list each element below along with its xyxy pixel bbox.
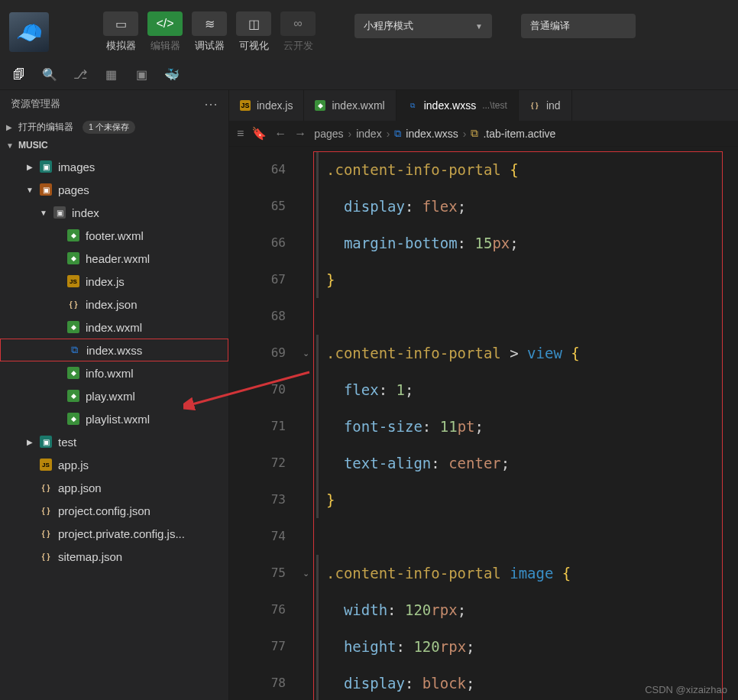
line-gutter: 64656667686970717273747576777879: [229, 147, 298, 700]
editor-tab[interactable]: JSindex.js: [229, 90, 304, 121]
file-tree: ▶▣images▼▣pages▼▣index◆footer.wxml◆heade…: [0, 154, 228, 700]
fold-marker[interactable]: ⌄: [298, 335, 313, 371]
editor-tab[interactable]: { }ind: [519, 90, 572, 121]
project-name: MUSIC: [18, 140, 48, 151]
tree-file[interactable]: { }project.private.config.js...: [0, 522, 228, 545]
tree-folder[interactable]: ▶▣images: [0, 155, 228, 178]
code-line: .content-info-portal {: [316, 151, 738, 188]
list-icon[interactable]: ≡: [237, 127, 244, 141]
tree-file[interactable]: ⧉index.wxss: [0, 339, 228, 361]
explorer-icon[interactable]: 🗐: [11, 66, 28, 83]
tree-item-label: playlist.wxml: [86, 413, 150, 426]
tree-item-label: project.private.config.js...: [58, 527, 185, 540]
tree-folder[interactable]: ▶▣test: [0, 430, 228, 453]
tab-subpath: ...\test: [482, 100, 507, 111]
tree-item-label: index.js: [86, 275, 125, 288]
mode-dropdown[interactable]: 小程序模式 ▼: [354, 14, 492, 38]
run-icon[interactable]: ▣: [133, 66, 150, 83]
cloud-dev-button[interactable]: ∞ 云开发: [278, 11, 318, 53]
main-columns: 资源管理器 ⋯ ▶ 打开的编辑器 1 个未保存 ▼ MUSIC ▶▣images…: [0, 90, 738, 700]
tree-file[interactable]: { }project.config.json: [0, 499, 228, 522]
line-number: 77: [229, 628, 286, 665]
chevron-right-icon: ▶: [6, 123, 14, 131]
project-section[interactable]: ▼ MUSIC: [0, 137, 228, 154]
fold-marker: [298, 591, 313, 628]
tree-file[interactable]: ◆header.wxml: [0, 247, 228, 270]
chevron-down-icon: ▼: [26, 186, 34, 194]
tree-item-label: footer.wxml: [86, 229, 144, 242]
compile-dropdown[interactable]: 普通编译: [521, 14, 636, 38]
chevron-right-icon: ▶: [26, 438, 34, 446]
tree-file[interactable]: { }sitemap.json: [0, 545, 228, 568]
tree-file[interactable]: ◆playlist.wxml: [0, 407, 228, 430]
debugger-button[interactable]: ≋ 调试器: [189, 11, 229, 53]
code-editor[interactable]: 64656667686970717273747576777879 ⌄⌄ .con…: [229, 147, 738, 700]
more-icon[interactable]: ⋯: [204, 96, 218, 112]
code-line: }: [316, 481, 738, 518]
chevron-right-icon: ›: [348, 128, 352, 140]
extensions-icon[interactable]: ▦: [102, 66, 119, 83]
code-line: width: 120rpx;: [316, 591, 738, 628]
back-icon[interactable]: ←: [274, 127, 286, 141]
search-icon[interactable]: 🔍: [41, 66, 58, 83]
wxml-icon: ◆: [67, 390, 79, 402]
source-control-icon[interactable]: ⎇: [72, 66, 89, 83]
fold-marker: [298, 628, 313, 665]
line-number: 76: [229, 591, 286, 628]
tree-item-label: project.config.json: [58, 504, 151, 517]
code-line: margin-bottom: 15px;: [316, 225, 738, 261]
tree-file[interactable]: ◆index.wxml: [0, 316, 228, 339]
editor-label: 编辑器: [151, 39, 180, 53]
json-icon: { }: [67, 298, 79, 310]
code-line: [316, 298, 738, 335]
open-editors-section[interactable]: ▶ 打开的编辑器 1 个未保存: [0, 118, 228, 137]
tree-item-label: sitemap.json: [58, 550, 122, 563]
selector-icon: ⧉: [471, 127, 478, 140]
tree-file[interactable]: { }index.json: [0, 293, 228, 316]
avatar[interactable]: 🧢: [9, 12, 49, 52]
tree-item-label: header.wxml: [86, 252, 150, 265]
fold-marker[interactable]: ⌄: [298, 555, 313, 591]
code-line: text-align: center;: [316, 445, 738, 481]
editor-tabs: JSindex.js◆index.wxml⧉index.wxss...\test…: [229, 90, 738, 121]
tree-file[interactable]: ◆footer.wxml: [0, 224, 228, 247]
fold-marker: [298, 445, 313, 481]
docker-icon[interactable]: 🐳: [163, 66, 180, 83]
tree-item-label: pages: [58, 183, 89, 196]
breadcrumb[interactable]: pages › index › ⧉ index.wxss › ⧉ .tab-it…: [314, 127, 730, 140]
layout-icon: ◫: [236, 11, 271, 36]
folder-icon: ▣: [53, 206, 66, 219]
json-icon: { }: [40, 504, 52, 517]
code-line: display: flex;: [316, 188, 738, 225]
tree-file[interactable]: JSapp.js: [0, 453, 228, 476]
folder-orange-icon: ▣: [40, 183, 52, 196]
visualize-button[interactable]: ◫ 可视化: [234, 11, 274, 53]
tab-label: index.js: [257, 99, 293, 112]
editor-area: JSindex.js◆index.wxml⧉index.wxss...\test…: [229, 90, 738, 700]
tree-file[interactable]: ◆play.wxml: [0, 384, 228, 407]
line-number: 68: [229, 298, 286, 335]
editor-tab[interactable]: ⧉index.wxss...\test: [397, 90, 519, 121]
tree-folder[interactable]: ▼▣index: [0, 201, 228, 224]
wxml-icon: ◆: [67, 413, 79, 425]
wxss-icon: ⧉: [68, 344, 80, 356]
sidebar: 资源管理器 ⋯ ▶ 打开的编辑器 1 个未保存 ▼ MUSIC ▶▣images…: [0, 90, 229, 700]
line-number: 75: [229, 555, 286, 591]
bookmark-icon[interactable]: 🔖: [251, 126, 267, 141]
breadcrumb-part: pages: [314, 128, 343, 140]
tree-item-label: index: [72, 206, 99, 219]
activity-bar: 🗐 🔍 ⎇ ▦ ▣ 🐳: [0, 60, 738, 90]
editor-button[interactable]: </> 编辑器: [145, 11, 185, 53]
tree-folder[interactable]: ▼▣pages: [0, 178, 228, 201]
editor-tab[interactable]: ◆index.wxml: [304, 90, 396, 121]
line-number: 74: [229, 518, 286, 555]
tree-file[interactable]: { }app.json: [0, 476, 228, 499]
fold-marker: [298, 481, 313, 518]
tree-file[interactable]: JSindex.js: [0, 270, 228, 293]
unsaved-badge: 1 个未保存: [83, 121, 135, 134]
simulator-button[interactable]: ▭ 模拟器: [101, 11, 141, 53]
tree-file[interactable]: ◆info.wxml: [0, 361, 228, 384]
tab-label: index.wxss: [424, 99, 476, 112]
device-icon: ▭: [103, 11, 138, 36]
forward-icon[interactable]: →: [294, 127, 306, 141]
